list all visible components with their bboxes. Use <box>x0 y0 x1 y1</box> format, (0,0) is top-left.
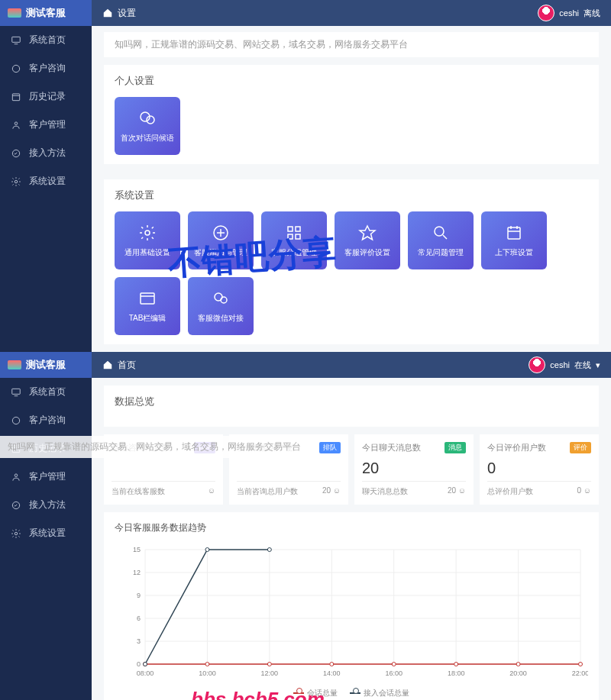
svg-text:22:00: 22:00 <box>572 669 588 677</box>
svg-text:3: 3 <box>137 637 141 645</box>
sidebar-item-label: 接入方法 <box>29 498 66 511</box>
svg-rect-0 <box>12 37 21 42</box>
tile-gear[interactable]: 通用基础设置 <box>115 211 180 269</box>
user-name: ceshi <box>550 360 570 369</box>
sidebar-item-label: 系统首页 <box>29 385 66 398</box>
circle-icon <box>11 415 21 426</box>
tile-wechat[interactable]: 客服微信对接 <box>188 277 254 335</box>
grid-icon <box>284 223 304 243</box>
user-icon <box>11 472 21 482</box>
stat-value: 20 <box>362 460 466 478</box>
svg-text:14:00: 14:00 <box>323 669 341 677</box>
user-icon <box>11 120 21 131</box>
svg-point-28 <box>221 297 227 303</box>
svg-line-20 <box>443 235 447 239</box>
chat-icon <box>137 108 157 128</box>
schedule-icon <box>504 223 524 243</box>
brand-logo <box>8 360 21 369</box>
svg-point-73 <box>144 663 147 666</box>
avatar <box>529 356 545 373</box>
sidebar-item-monitor[interactable]: 系统首页 <box>0 26 92 54</box>
sidebar-item-label: 历史记录 <box>29 90 66 103</box>
tile-plus[interactable]: 客服添加与管理 <box>188 211 254 269</box>
legend-item[interactable]: 接入会话总量 <box>350 688 409 698</box>
sidebar-item-calendar[interactable]: 历史记录 <box>0 82 92 111</box>
user-status: 离线 <box>584 8 600 19</box>
tile-grid[interactable]: 客服分组管理 <box>261 211 327 269</box>
tile-star[interactable]: 客服评价设置 <box>335 211 400 269</box>
stat-badge: 评价 <box>570 442 591 453</box>
svg-point-19 <box>435 227 444 236</box>
calendar-icon <box>11 92 21 102</box>
trend-chart: 0369121508:0010:0012:0014:0016:0018:0020… <box>115 542 588 679</box>
svg-point-34 <box>15 473 18 476</box>
sidebar-item-gear[interactable]: 系统设置 <box>0 519 92 547</box>
gear-icon <box>137 223 157 243</box>
sidebar-item-user[interactable]: 客户管理 <box>0 111 92 139</box>
monitor-icon <box>11 35 21 46</box>
svg-rect-29 <box>12 389 21 394</box>
tile-label: 通用基础设置 <box>124 247 170 258</box>
svg-rect-16 <box>288 234 293 239</box>
tile-label: 常见问题管理 <box>418 247 464 258</box>
svg-rect-25 <box>141 293 154 304</box>
sidebar-item-plug[interactable]: 接入方法 <box>0 491 92 519</box>
brand-header: 测试客服 <box>0 352 92 378</box>
sidebar-item-monitor[interactable]: 系统首页 <box>0 378 92 406</box>
svg-text:6: 6 <box>137 615 141 622</box>
plug-icon <box>11 148 21 159</box>
breadcrumb: 设置 <box>118 7 136 20</box>
legend-item[interactable]: 会话总量 <box>293 688 338 698</box>
svg-text:08:00: 08:00 <box>137 669 154 677</box>
stat-sub-label: 聊天消息总数 <box>362 486 408 497</box>
sidebar-item-circle[interactable]: 客户咨询 <box>0 406 92 434</box>
tile-window[interactable]: TAB栏编辑 <box>115 277 180 335</box>
tile-schedule[interactable]: 上下班设置 <box>481 211 547 269</box>
sidebar-item-user[interactable]: 客户管理 <box>0 463 92 491</box>
svg-text:16:00: 16:00 <box>385 669 402 677</box>
sidebar-item-label: 客户咨询 <box>29 62 66 75</box>
sidebar-item-gear[interactable]: 系统设置 <box>0 167 92 195</box>
stat-card: 今日评价用户数评价0总评价用户数0 ☺ <box>480 434 599 505</box>
search-icon <box>431 223 451 243</box>
svg-rect-21 <box>508 227 520 239</box>
svg-point-31 <box>12 417 19 424</box>
svg-point-67 <box>267 663 271 666</box>
svg-point-66 <box>205 663 209 666</box>
plus-icon <box>211 223 231 243</box>
user-menu[interactable]: ceshi 离线 <box>538 5 600 21</box>
svg-point-5 <box>15 121 18 124</box>
svg-point-75 <box>267 548 271 552</box>
svg-point-74 <box>205 548 209 552</box>
svg-rect-14 <box>288 227 293 231</box>
gear-icon <box>11 176 21 187</box>
tile-label: 客服分组管理 <box>271 247 317 258</box>
plug-icon <box>11 500 21 511</box>
user-status: 在线 <box>574 360 591 371</box>
user-menu[interactable]: ceshi 在线▾ <box>529 356 600 373</box>
svg-point-36 <box>15 532 18 535</box>
svg-point-7 <box>15 180 18 183</box>
stat-value: 0 <box>487 460 591 478</box>
svg-text:0: 0 <box>137 660 141 668</box>
brand-name: 测试客服 <box>26 358 66 372</box>
svg-text:18:00: 18:00 <box>448 669 465 677</box>
brand-header: 测试客服 <box>0 0 92 26</box>
stat-sub-label: 总评价用户数 <box>487 486 533 497</box>
stat-sub-value: 20 ☺ <box>448 486 466 497</box>
circle-icon <box>11 63 21 74</box>
tile-search[interactable]: 常见问题管理 <box>408 211 474 269</box>
svg-point-70 <box>454 663 458 666</box>
sidebar-item-circle[interactable]: 客户咨询 <box>0 54 92 82</box>
sidebar-item-label: 客户管理 <box>29 118 66 131</box>
sidebar-item-label: 客户咨询 <box>29 414 66 427</box>
sidebar-item-plug[interactable]: 接入方法 <box>0 139 92 167</box>
stat-sub-label: 当前在线客服数 <box>112 486 165 497</box>
home-icon[interactable] <box>102 8 113 18</box>
sidebar-item-label: 系统设置 <box>29 175 66 188</box>
stat-sub-label: 当前咨询总用户数 <box>237 486 298 497</box>
home-icon[interactable] <box>102 360 113 370</box>
svg-text:12: 12 <box>133 569 141 576</box>
svg-rect-15 <box>296 227 300 231</box>
tile-chat[interactable]: 首次对话问候语 <box>115 97 180 155</box>
